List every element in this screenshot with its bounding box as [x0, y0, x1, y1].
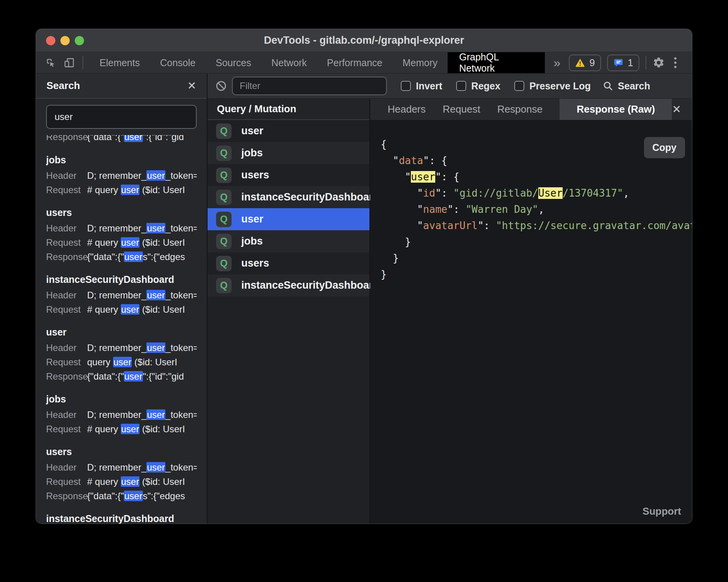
- search-result-row[interactable]: Response{"data":{"users":{"edges: [46, 250, 197, 264]
- zoom-window-button[interactable]: [75, 36, 84, 45]
- json-key: id: [423, 187, 435, 199]
- search-section-title: users: [46, 445, 197, 458]
- warnings-badge[interactable]: 9: [569, 55, 601, 71]
- text-segment: ($id: UserI: [139, 476, 185, 487]
- support-link[interactable]: Support: [642, 505, 681, 517]
- query-type-badge: Q: [216, 190, 232, 205]
- result-row-value: {"data":{"user":{"id":"gid: [87, 371, 184, 382]
- json-line: }: [381, 250, 692, 266]
- search-result-row[interactable]: Request# query user ($id: UserI: [46, 235, 197, 250]
- detail-tab-response-raw[interactable]: Response (Raw): [560, 99, 672, 120]
- checkbox-box-invert[interactable]: [401, 81, 411, 91]
- search-result-row[interactable]: Request# query user ($id: UserI: [46, 422, 197, 436]
- search-close-icon[interactable]: ✕: [187, 80, 196, 91]
- search-result-row[interactable]: HeaderD; remember_user_token=e: [46, 460, 197, 474]
- inspect-element-icon[interactable]: [45, 57, 56, 68]
- search-match-highlight: user: [121, 185, 140, 195]
- result-row-label: Response: [46, 491, 87, 502]
- json-key: avatarUrl: [423, 220, 478, 231]
- search-section-title: users: [46, 206, 197, 219]
- tab-performance[interactable]: Performance: [317, 52, 392, 73]
- device-toolbar-icon[interactable]: [64, 57, 75, 68]
- search-result-row[interactable]: HeaderD; remember_user_token=e: [46, 288, 197, 302]
- search-result-row[interactable]: Request# query user ($id: UserI: [46, 302, 197, 317]
- search-result-row[interactable]: HeaderD; remember_user_token=e: [46, 221, 197, 235]
- text-segment: # query: [87, 237, 121, 248]
- checkbox-box-regex[interactable]: [456, 81, 466, 91]
- checkbox-box-preserve-log[interactable]: [514, 81, 524, 91]
- text-segment: ": {: [423, 155, 448, 166]
- search-section-title: jobs: [46, 393, 197, 405]
- tab-sources[interactable]: Sources: [206, 52, 261, 73]
- result-row-label: Response: [46, 252, 87, 262]
- checkbox-regex[interactable]: Regex: [456, 80, 500, 92]
- search-match-highlight: user: [146, 462, 165, 472]
- result-row-label: Response: [46, 135, 87, 142]
- tab-network[interactable]: Network: [261, 52, 317, 73]
- checkbox-label: Invert: [416, 80, 442, 92]
- query-list-item[interactable]: QinstanceSecurityDashboard: [208, 186, 369, 208]
- query-list-item[interactable]: Qjobs: [208, 142, 369, 164]
- search-result-row[interactable]: HeaderD; remember_user_token=e: [46, 341, 197, 355]
- window-titlebar: DevTools - gitlab.com/-/graphql-explorer: [36, 29, 692, 52]
- text-segment: {"data":{": [87, 491, 124, 501]
- search-result-row[interactable]: Response{"data":{"users":{"edges: [46, 489, 197, 503]
- issues-badge[interactable]: 1: [607, 55, 639, 71]
- search-result-row[interactable]: Requestquery user ($id: UserI: [46, 355, 197, 369]
- search-result-section: usersHeaderD; remember_user_token=eReque…: [46, 445, 197, 503]
- tab-graphql-network[interactable]: GraphQL Network: [448, 52, 545, 73]
- search-result-row[interactable]: Response{"data":{"user":{"id":"gid: [46, 369, 197, 383]
- query-list-item[interactable]: Qusers: [208, 164, 369, 186]
- search-result-row[interactable]: HeaderD; remember_user_token=e: [46, 168, 197, 183]
- text-segment: D; remember_: [87, 223, 146, 233]
- query-list-item[interactable]: Quser: [208, 120, 369, 142]
- text-segment: ":{"id":"gid: [143, 371, 184, 382]
- result-row-label: Response: [46, 371, 87, 382]
- result-row-value: # query user ($id: UserI: [87, 476, 185, 487]
- result-row-value: {"data":{"users":{"edges: [87, 491, 185, 502]
- search-match-highlight: user: [121, 237, 140, 248]
- search-input[interactable]: [46, 105, 197, 129]
- query-list-panel: Query / Mutation QuserQjobsQusersQinstan…: [208, 99, 370, 524]
- text-segment: ":: [477, 220, 496, 231]
- search-result-row[interactable]: Request# query user ($id: UserI: [46, 474, 197, 489]
- detail-close-icon[interactable]: ✕: [672, 104, 681, 115]
- close-window-button[interactable]: [46, 36, 55, 45]
- result-row-value: D; remember_user_token=e: [87, 223, 197, 234]
- result-row-value: D; remember_user_token=e: [87, 409, 197, 420]
- search-match-highlight: user: [121, 476, 140, 487]
- text-segment: ,: [538, 204, 544, 215]
- detail-tab-request[interactable]: Request: [443, 99, 480, 120]
- text-segment: ": {: [435, 171, 460, 183]
- kebab-menu-icon[interactable]: [671, 57, 680, 68]
- search-panel-header: Search ✕: [36, 74, 207, 99]
- checkbox-preserve-log[interactable]: Preserve Log: [514, 80, 591, 92]
- clear-requests-icon[interactable]: [212, 80, 230, 92]
- minimize-window-button[interactable]: [60, 36, 70, 45]
- search-section-title: instanceSecurityDashboard: [46, 273, 197, 286]
- tab-memory[interactable]: Memory: [392, 52, 447, 73]
- settings-gear-icon[interactable]: [652, 56, 665, 69]
- network-search-toggle[interactable]: Search: [603, 80, 650, 92]
- more-tabs-chevron-icon[interactable]: »: [545, 52, 569, 73]
- tab-elements[interactable]: Elements: [89, 52, 150, 73]
- query-list-item[interactable]: Quser: [208, 208, 369, 230]
- text-segment: # query: [87, 185, 121, 195]
- search-result-row[interactable]: Request# query user ($id: UserI: [46, 183, 197, 197]
- search-result-row[interactable]: HeaderD; remember_user_token=e: [46, 407, 197, 422]
- query-list-item[interactable]: QinstanceSecurityDashboard: [208, 274, 369, 296]
- json-line: "avatarUrl": "https://secure.gravatar.co…: [381, 217, 692, 234]
- filter-input[interactable]: [232, 77, 387, 95]
- copy-button[interactable]: Copy: [644, 137, 685, 158]
- checkbox-label: Preserve Log: [529, 80, 591, 92]
- detail-tab-headers[interactable]: Headers: [388, 99, 426, 120]
- checkbox-invert[interactable]: Invert: [401, 80, 442, 92]
- detail-tabs: HeadersRequestResponseResponse (Raw): [388, 99, 672, 120]
- json-key: data: [399, 155, 423, 166]
- tab-console[interactable]: Console: [150, 52, 206, 73]
- query-list-item[interactable]: Qjobs: [208, 230, 369, 252]
- query-item-label: user: [241, 125, 263, 137]
- detail-tab-response[interactable]: Response: [497, 99, 543, 120]
- search-result-row[interactable]: Response{"data":{"user":{"id":"gid: [46, 135, 197, 144]
- query-list-item[interactable]: Qusers: [208, 252, 369, 274]
